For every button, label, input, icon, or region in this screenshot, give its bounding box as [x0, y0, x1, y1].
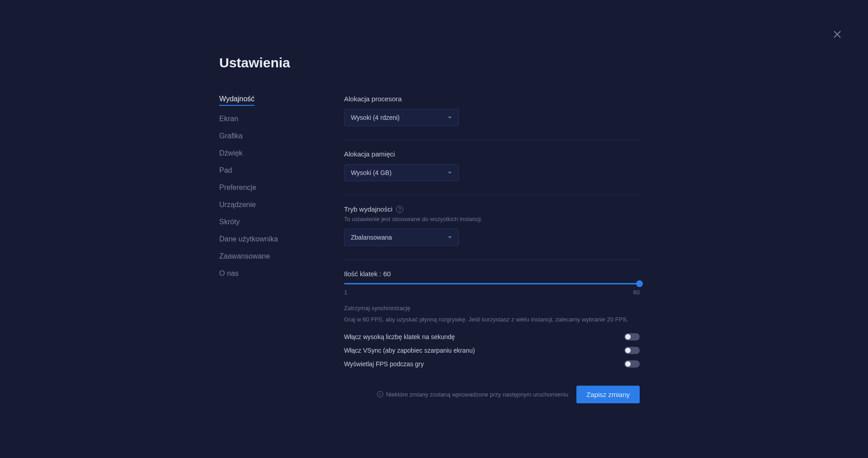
sidebar-item-audio[interactable]: Dźwięk: [219, 149, 243, 157]
close-icon: [832, 29, 843, 40]
performance-mode-label: Tryb wydajności ?: [344, 205, 640, 213]
performance-mode-label-text: Tryb wydajności: [344, 205, 392, 213]
page-title: Ustawienia: [219, 55, 640, 71]
cpu-allocation-label: Alokacja procesora: [344, 95, 640, 103]
sidebar-item-display[interactable]: Ekran: [219, 115, 238, 123]
frames-max: 60: [633, 289, 640, 296]
sidebar-item-performance[interactable]: Wydajność: [219, 95, 255, 106]
frames-label: Ilość klatek : 60: [344, 270, 640, 278]
cpu-allocation-value: Wysoki (4 rdzeni): [351, 114, 400, 121]
high-fps-label: Włącz wysoką liczbę klatek na sekundę: [344, 333, 455, 340]
toggle-knob: [625, 334, 631, 340]
vsync-toggle[interactable]: [624, 347, 640, 354]
vsync-label: Włącz VSync (aby zapobiec szarpaniu ekra…: [344, 347, 475, 354]
restart-note-text: Niektóre zmiany zostaną wprowadzone przy…: [386, 391, 568, 398]
sidebar-item-preferences[interactable]: Preferencje: [219, 184, 256, 192]
show-fps-toggle[interactable]: [624, 360, 640, 368]
divider: [344, 140, 640, 140]
sidebar-item-gamepad[interactable]: Pad: [219, 166, 232, 175]
frames-slider-thumb[interactable]: [636, 280, 643, 287]
memory-allocation-value: Wysoki (4 GB): [351, 169, 392, 176]
help-icon[interactable]: ?: [396, 206, 403, 213]
sidebar-item-advanced[interactable]: Zaawansowane: [219, 252, 270, 260]
memory-allocation-label: Alokacja pamięci: [344, 150, 640, 158]
toggle-knob: [625, 361, 631, 367]
toggle-knob: [625, 348, 631, 353]
cpu-allocation-select[interactable]: Wysoki (4 rdzeni): [344, 109, 459, 126]
divider: [344, 260, 640, 260]
performance-mode-select[interactable]: Zbalansowana: [344, 229, 459, 246]
sidebar-item-userdata[interactable]: Dane użytkownika: [219, 235, 278, 243]
frames-slider-range: 1 60: [344, 289, 640, 296]
chevron-down-icon: [448, 115, 452, 120]
save-button[interactable]: Zapisz zmiany: [576, 386, 640, 403]
memory-allocation-select[interactable]: Wysoki (4 GB): [344, 164, 459, 181]
sidebar-item-shortcuts[interactable]: Skróty: [219, 218, 240, 226]
sync-description: Graj w 60 FPS, aby uzyskać płynną rozgry…: [344, 315, 640, 324]
divider: [344, 195, 640, 195]
settings-sidebar: Wydajność Ekran Grafika Dźwięk Pad Prefe…: [219, 95, 344, 403]
chevron-down-icon: [448, 170, 452, 175]
frames-slider[interactable]: [344, 283, 640, 284]
high-fps-toggle[interactable]: [624, 333, 640, 340]
sidebar-item-graphics[interactable]: Grafika: [219, 132, 243, 140]
sidebar-item-about[interactable]: O nas: [219, 269, 239, 278]
sync-label: Zatrzymaj synchronizację: [344, 305, 640, 312]
info-icon: i: [377, 391, 383, 397]
restart-note: i Niektóre zmiany zostaną wprowadzone pr…: [377, 391, 568, 398]
show-fps-label: Wyświetlaj FPS podczas gry: [344, 360, 424, 368]
sidebar-item-device[interactable]: Urządzenie: [219, 201, 256, 209]
performance-mode-value: Zbalansowana: [351, 234, 392, 241]
performance-mode-sublabel: To ustawienie jest stosowane do wszystki…: [344, 216, 640, 222]
chevron-down-icon: [448, 235, 452, 240]
close-button[interactable]: [832, 29, 843, 40]
settings-content: Alokacja procesora Wysoki (4 rdzeni) Alo…: [344, 95, 640, 403]
frames-min: 1: [344, 289, 347, 296]
